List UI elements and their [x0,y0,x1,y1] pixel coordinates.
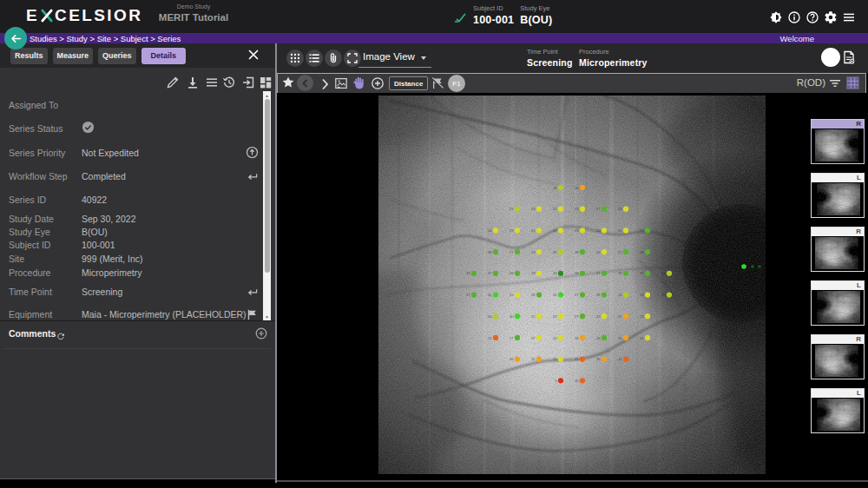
stimulus-dot[interactable] [602,249,607,254]
stimulus-dot[interactable] [580,185,585,190]
stimulus-dot[interactable] [536,313,542,319]
stimulus-dot[interactable] [536,228,542,233]
details-scrollbar[interactable]: ▲ ▼ [263,91,271,320]
image-canvas[interactable]: 2416252322222723222321222322212728272325… [277,93,868,480]
filter-icon[interactable] [829,77,841,89]
stimulus-dot[interactable] [515,228,520,233]
stimulus-dot[interactable] [493,271,498,276]
stimulus-dot[interactable] [536,357,542,362]
dashboard-icon[interactable] [259,76,273,89]
scroll-down-arrow[interactable]: ▼ [263,313,271,320]
flag-off-icon[interactable] [431,76,444,90]
thumbnail-2[interactable]: L [811,173,865,218]
stimulus-dot[interactable] [493,228,498,233]
stimulus-dot[interactable] [602,207,607,212]
stimulus-dot[interactable] [623,207,628,212]
pan-hand-icon[interactable] [352,76,366,89]
scrollbar-thumb[interactable] [265,99,270,273]
stimulus-dot[interactable] [558,207,563,212]
stimulus-dot[interactable] [602,228,607,233]
stimulus-dot[interactable] [645,271,650,276]
stimulus-dot[interactable] [515,207,520,212]
stimulus-dot[interactable] [580,292,585,297]
stimulus-dot[interactable] [493,292,498,297]
favorite-star-icon[interactable] [281,76,295,89]
settings-gear-icon[interactable] [823,10,838,24]
f1-fixation-badge[interactable]: F1 [448,75,465,92]
stimulus-dot[interactable] [623,357,628,362]
edit-pencil-icon[interactable] [166,76,180,89]
distance-tool-button[interactable]: Distance [389,76,428,90]
stimulus-dot[interactable] [645,292,650,297]
exit-icon[interactable] [241,76,255,89]
stimulus-dot[interactable] [602,357,607,362]
stimulus-dot[interactable] [623,313,628,319]
stimulus-dot[interactable] [667,271,672,276]
return-step-icon[interactable] [246,170,259,183]
stimulus-dot[interactable] [536,207,542,212]
stimulus-dot[interactable] [623,249,628,254]
stimulus-dot[interactable] [558,313,563,319]
welcome-link[interactable]: Welcome [780,34,814,43]
status-circle[interactable] [821,48,840,67]
tab-queries[interactable]: Queries [98,48,136,64]
stimulus-dot[interactable] [558,378,563,383]
stimulus-dot[interactable] [471,271,477,276]
stimulus-dot[interactable] [515,357,520,362]
stimulus-dot[interactable] [536,335,542,340]
stimulus-dot[interactable] [580,313,585,319]
fundus-image[interactable]: 2416252322222723222321222322212728272325… [378,96,766,474]
previous-image-button[interactable] [297,75,313,91]
stimulus-dot[interactable] [623,228,628,233]
view-mode-select[interactable]: Image View [358,49,431,68]
image-tool-icon[interactable] [334,76,348,90]
stimulus-dot[interactable] [602,335,607,340]
stimulus-dot[interactable] [471,292,477,297]
list-view-button[interactable] [306,49,323,67]
return-timepoint-icon[interactable] [246,286,259,299]
help-icon[interactable] [805,10,819,24]
thumbnail-5[interactable]: R [811,334,865,379]
stimulus-dot[interactable] [515,249,520,254]
expedite-icon[interactable] [246,146,259,159]
notes-export-icon[interactable] [842,50,856,64]
stimulus-dot[interactable] [515,313,520,319]
list-icon[interactable] [205,76,219,89]
tab-measure[interactable]: Measure [53,48,94,64]
stimulus-dot[interactable] [536,271,542,276]
flag-icon[interactable] [246,308,259,320]
stimulus-dot[interactable] [580,378,585,383]
stimulus-dot[interactable] [515,271,520,276]
stimulus-dot[interactable] [580,335,585,340]
stimulus-dot[interactable] [558,271,563,276]
stimulus-dot[interactable] [536,292,542,297]
stimulus-dot[interactable] [645,335,650,340]
stimulus-dot[interactable] [515,335,520,340]
next-image-button[interactable] [318,77,332,91]
add-comment-icon[interactable] [255,327,267,340]
status-check-icon[interactable] [82,121,95,134]
grid-view-button[interactable] [286,49,304,67]
stimulus-dot[interactable] [493,335,498,340]
tab-details[interactable]: Details [141,48,187,64]
theme-brightness-icon[interactable] [768,10,783,24]
stimulus-dot[interactable] [536,249,542,254]
stimulus-dot[interactable] [602,313,607,319]
stimulus-dot[interactable] [645,313,650,319]
stimulus-dot[interactable] [558,335,563,340]
stimulus-dot[interactable] [493,313,498,319]
download-icon[interactable] [186,76,200,89]
stimulus-dot[interactable] [667,292,672,297]
refresh-comments-icon[interactable] [56,329,65,338]
thumbnail-4[interactable]: L [811,280,865,326]
stimulus-dot[interactable] [580,207,585,212]
thumbnail-1[interactable]: R [811,119,865,164]
thumbnail-6[interactable]: L [811,388,865,433]
comments-body[interactable] [3,348,271,478]
stimulus-dot[interactable] [580,357,585,362]
stimulus-dot[interactable] [558,357,563,362]
stimulus-dot[interactable] [602,271,607,276]
stimulus-dot[interactable] [602,292,607,297]
thumbnail-3[interactable]: R [811,227,865,272]
stimulus-dot[interactable] [623,335,628,340]
